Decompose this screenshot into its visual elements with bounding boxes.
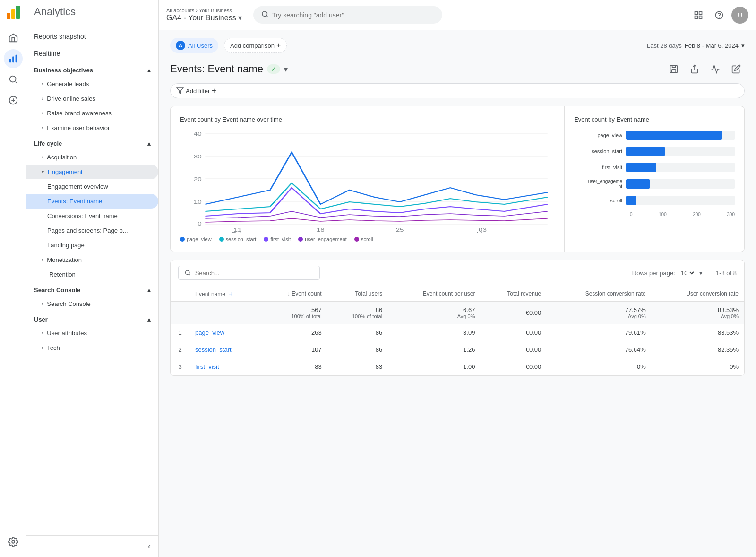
row-event-count-3: 83 (261, 358, 327, 375)
row-session-rate-3: 0% (547, 358, 651, 375)
content-area: A All Users Add comparison + Last 28 day… (159, 30, 756, 557)
sidebar-item-generate-leads[interactable]: › Generate leads (26, 77, 158, 91)
search-bar[interactable] (253, 6, 442, 24)
chevron-icon: › (42, 155, 43, 160)
row-per-user-3: 1.00 (388, 358, 481, 375)
sidebar-item-pages-screens[interactable]: Pages and screens: Page p... (26, 223, 158, 238)
sidebar-item-monetization[interactable]: › Monetization (26, 252, 158, 267)
sidebar-item-search-console[interactable]: › Search Console (26, 296, 158, 311)
legend-session-start: session_start (219, 236, 257, 242)
share-icon-btn[interactable] (686, 61, 703, 78)
row-user-rate-3: 0% (652, 358, 744, 375)
insights-icon-btn[interactable] (707, 61, 724, 78)
event-link-first-visit[interactable]: first_visit (195, 363, 219, 370)
grid-view-icon-btn[interactable] (690, 7, 707, 24)
add-comparison-btn[interactable]: Add comparison + (224, 38, 287, 53)
col-total-revenue[interactable]: Total revenue (481, 286, 547, 302)
col-event-name[interactable]: Event name + (189, 286, 261, 302)
title-dropdown-icon[interactable]: ▾ (284, 65, 288, 74)
user-avatar[interactable]: U (731, 7, 748, 24)
date-range-selector[interactable]: Last 28 days Feb 8 - Mar 6, 2024 ▾ (647, 42, 745, 49)
page-actions (665, 61, 745, 78)
main-container: All accounts › Your Business GA4 - Your … (159, 0, 756, 557)
settings-icon-btn[interactable] (4, 532, 23, 551)
property-dropdown-icon: ▾ (238, 13, 242, 22)
bar-x-axis: 0 100 200 300 (630, 212, 735, 217)
all-users-badge[interactable]: A All Users (170, 38, 218, 53)
bar-row-page-view: page_view (574, 131, 735, 140)
all-users-avatar: A (176, 41, 185, 50)
filter-icon (176, 87, 184, 95)
sidebar-item-landing-page[interactable]: Landing page (26, 238, 158, 252)
col-event-count-per-user[interactable]: Event count per user (388, 286, 481, 302)
sidebar-item-user-attributes[interactable]: › User attributes (26, 326, 158, 340)
home-icon-btn[interactable] (4, 28, 23, 47)
table-search[interactable] (178, 266, 320, 280)
nav-reports-snapshot[interactable]: Reports snapshot (26, 28, 158, 45)
chart-legend: page_view session_start first_visit user… (180, 236, 555, 242)
sidebar-item-retention[interactable]: Retention (26, 267, 158, 282)
sidebar-section-search-console[interactable]: Search Console ▴ (26, 282, 158, 296)
sidebar-item-examine-user-behavior[interactable]: › Examine user behavior (26, 121, 158, 135)
row-name-1: page_view (189, 324, 261, 341)
col-user-conversion-rate[interactable]: User conversion rate (652, 286, 744, 302)
dropdown-icon: ▾ (699, 270, 703, 277)
event-link-page-view[interactable]: page_view (195, 329, 224, 336)
svg-marker-19 (177, 88, 183, 94)
totals-rank (171, 302, 189, 324)
sidebar-item-engagement[interactable]: ▾ Engagement (26, 165, 158, 179)
sidebar-item-events-event-name[interactable]: Events: Event name (26, 194, 158, 209)
sidebar-item-conversions-event-name[interactable]: Conversions: Event name (26, 209, 158, 223)
save-view-icon-btn[interactable] (665, 61, 682, 78)
sidebar-section-life-cycle[interactable]: Life cycle ▴ (26, 135, 158, 150)
advertising-icon-btn[interactable] (4, 91, 23, 110)
sidebar-section-business-objectives[interactable]: Business objectives ▴ (26, 62, 158, 77)
col-session-conversion-rate[interactable]: Session conversion rate (547, 286, 651, 302)
sidebar-item-tech[interactable]: › Tech (26, 340, 158, 355)
top-bar-actions: U (690, 7, 748, 24)
collapse-icon[interactable]: ‹ (148, 541, 151, 551)
col-event-count[interactable]: ↓ Event count (261, 286, 327, 302)
sidebar-item-acquisition[interactable]: › Acquisition (26, 150, 158, 165)
nav-realtime[interactable]: Realtime (26, 45, 158, 62)
svg-text:30: 30 (194, 154, 202, 160)
help-icon-btn[interactable] (711, 7, 728, 24)
rows-per-page-control: Rows per page: 10 25 50 ▾ (632, 269, 703, 277)
breadcrumb: All accounts › Your Business (166, 8, 242, 13)
bar-chart-container: Event count by Event name page_view ses (565, 106, 744, 252)
filter-bar: A All Users Add comparison + Last 28 day… (170, 38, 745, 53)
col-total-users[interactable]: Total users (327, 286, 388, 302)
sidebar-item-drive-online-sales[interactable]: › Drive online sales (26, 91, 158, 106)
audience-icon-btn[interactable] (4, 70, 23, 89)
totals-event-count: 567 100% of total (261, 302, 327, 324)
reports-icon-btn[interactable] (4, 49, 23, 68)
search-input[interactable] (272, 11, 435, 19)
legend-user-engagement: user_engagement (298, 236, 347, 242)
sidebar-item-raise-brand-awareness[interactable]: › Raise brand awareness (26, 106, 158, 121)
add-filter-label: Add filter (186, 87, 210, 95)
table-totals-row: 567 100% of total 86 100% of total 6.67 … (171, 302, 744, 324)
chevron-icon: › (42, 331, 43, 336)
bar-fill-session-start (626, 147, 665, 156)
sidebar-collapse[interactable]: ‹ (26, 535, 158, 557)
rows-per-page-select[interactable]: 10 25 50 (679, 269, 696, 277)
customize-icon-btn[interactable] (728, 61, 745, 78)
chevron-icon: › (42, 96, 43, 101)
chevron-icon-down: ▾ (42, 169, 44, 174)
add-column-btn[interactable]: + (229, 290, 232, 297)
sidebar-item-engagement-overview[interactable]: Engagement overview (26, 179, 158, 194)
add-filter-btn[interactable]: Add filter + (170, 83, 745, 98)
bar-chart-area: page_view session_start (574, 131, 735, 217)
line-chart-title: Event count by Event name over time (180, 116, 555, 123)
event-link-session-start[interactable]: session_start (195, 346, 232, 353)
row-user-rate-1: 83.53% (652, 324, 744, 341)
property-name[interactable]: GA4 - Your Business ▾ (166, 13, 242, 22)
row-event-count-2: 107 (261, 341, 327, 358)
row-rank-1: 1 (171, 324, 189, 341)
bar-row-scroll: scroll (574, 196, 735, 205)
legend-dot-page-view (180, 237, 185, 242)
row-session-rate-1: 79.61% (547, 324, 651, 341)
logo[interactable] (5, 4, 22, 21)
table-search-input[interactable] (195, 270, 314, 277)
sidebar-section-user[interactable]: User ▴ (26, 311, 158, 326)
